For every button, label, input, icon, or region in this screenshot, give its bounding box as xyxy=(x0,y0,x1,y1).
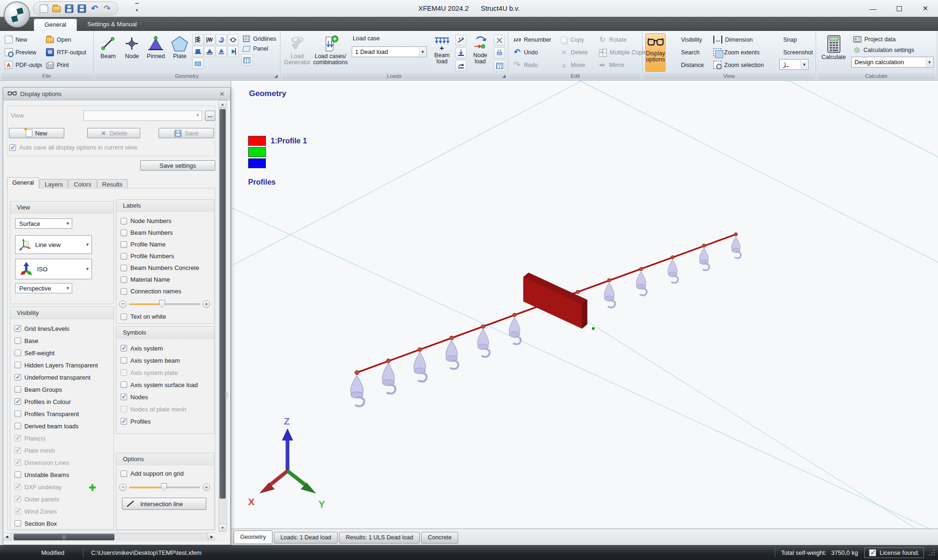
checkbox[interactable] xyxy=(121,230,127,236)
checkbox[interactable] xyxy=(15,447,21,454)
autosave-checkbox[interactable] xyxy=(9,144,16,151)
view-button[interactable]: Zoom extents xyxy=(711,47,771,57)
checkbox[interactable] xyxy=(15,386,21,393)
minimize-button[interactable]: — xyxy=(867,5,879,13)
file-button[interactable]: PDF-output xyxy=(3,60,44,70)
panel-title-bar[interactable]: Display options ✕ xyxy=(3,88,230,100)
node-load-button[interactable]: Node load xyxy=(468,33,493,72)
spring-axial-button[interactable] xyxy=(192,34,204,45)
checkbox[interactable] xyxy=(121,470,127,477)
visibility-checkbox-row[interactable]: DXF underlay xyxy=(10,481,113,493)
label-checkbox-row[interactable]: Beam Numbers xyxy=(116,227,214,239)
view-tab[interactable]: Geometry xyxy=(234,530,272,544)
checkbox[interactable] xyxy=(121,288,127,295)
symbol-checkbox-row[interactable]: Nodes of plate mesh xyxy=(116,403,214,415)
view-tab[interactable]: Loads: 1 Dead load xyxy=(274,532,338,544)
edit-button[interactable]: Delete xyxy=(558,47,597,57)
ribbon-tab[interactable]: Settings & Manual xyxy=(77,19,147,31)
checkbox[interactable] xyxy=(121,265,127,271)
visibility-checkbox-row[interactable]: Profiles Transparent xyxy=(10,408,113,420)
autosave-checkbox-row[interactable]: Auto save all display options in current… xyxy=(5,144,137,151)
new-view-button[interactable]: New xyxy=(9,128,64,138)
node-button[interactable]: Node xyxy=(121,33,144,72)
visibility-checkbox-row[interactable]: Outer panels xyxy=(10,493,113,505)
checkbox[interactable] xyxy=(121,345,127,351)
scatter-loads-button[interactable] xyxy=(494,35,505,46)
slant-load-button[interactable] xyxy=(455,35,467,46)
render-mode-dropdown[interactable]: Line view▼ xyxy=(15,235,92,254)
symbol-checkbox-row[interactable]: Axis system plate xyxy=(116,366,214,379)
horizontal-support-button[interactable] xyxy=(227,46,239,57)
text-on-white-checkbox-row[interactable]: Text on white xyxy=(116,313,214,320)
view-button[interactable]: Snap xyxy=(771,35,816,45)
app-logo[interactable] xyxy=(4,1,30,28)
label-checkbox-row[interactable]: Beam Numbers Concrete xyxy=(116,262,214,274)
ucs-dropdown[interactable]: ▼ xyxy=(779,59,809,70)
slider-increase-icon[interactable]: ＋ xyxy=(203,300,210,308)
visibility-checkbox-row[interactable]: Hidden Layers Transparent xyxy=(10,359,113,371)
project-data-button[interactable]: Project data xyxy=(851,35,934,44)
panel-horizontal-scrollbar[interactable]: ◀ ▶ xyxy=(3,533,215,541)
pinned-support-small-button[interactable] xyxy=(204,46,215,57)
scroll-down-icon[interactable]: ▼ xyxy=(219,524,226,531)
roller-support-button[interactable] xyxy=(216,46,227,57)
label-checkbox-row[interactable]: Connection names xyxy=(116,285,214,297)
horizontal-scroll-thumb[interactable] xyxy=(14,534,114,540)
view-preset-dropdown[interactable]: ▼ xyxy=(83,111,202,121)
file-button[interactable]: Preview xyxy=(3,47,44,57)
edit-button[interactable]: Move xyxy=(558,60,597,70)
checkbox[interactable] xyxy=(15,374,21,381)
point-load-button[interactable] xyxy=(455,47,467,59)
visibility-checkbox-row[interactable]: Section Box xyxy=(10,517,113,530)
load-case-dropdown[interactable]: 1 Dead load ▼ xyxy=(352,46,427,57)
visibility-checkbox-row[interactable]: Self-weight xyxy=(10,347,113,359)
checkbox[interactable] xyxy=(15,411,21,417)
visibility-checkbox-row[interactable]: Unstable Beams xyxy=(10,469,113,481)
edit-button[interactable]: Copy xyxy=(558,35,597,45)
edit-button[interactable]: Renumber xyxy=(511,35,558,45)
symbol-checkbox-row[interactable]: Nodes xyxy=(116,391,214,403)
calculation-mode-dropdown[interactable]: Design calculation ▼ xyxy=(851,57,934,67)
label-checkbox-row[interactable]: Profile Numbers xyxy=(116,250,214,262)
panel-tab[interactable]: General xyxy=(7,177,39,188)
beam-button[interactable]: Beam xyxy=(97,33,120,72)
calculate-button[interactable]: Calculate xyxy=(819,33,848,72)
loads-dialog-launcher-icon[interactable]: ◢ xyxy=(502,73,506,79)
file-button[interactable]: Open xyxy=(44,35,93,44)
checkbox[interactable] xyxy=(15,350,21,356)
orientation-dropdown[interactable]: ISO▼ xyxy=(15,259,92,279)
load-cases-button[interactable]: Load cases/ combinations xyxy=(312,33,349,72)
checkbox[interactable] xyxy=(121,394,127,400)
geometry-dialog-launcher-icon[interactable]: ◢ xyxy=(274,73,278,79)
resize-grip[interactable] xyxy=(929,549,935,556)
file-button[interactable]: New xyxy=(3,35,44,45)
geometry-table-button[interactable] xyxy=(242,54,253,66)
panel-splitter-handle[interactable] xyxy=(225,388,228,402)
file-button[interactable]: RTF-output xyxy=(44,47,93,57)
checkbox[interactable] xyxy=(15,435,21,441)
checkbox[interactable] xyxy=(121,369,127,376)
visibility-checkbox-row[interactable]: Plate(s) xyxy=(10,432,113,444)
panel-tab[interactable]: Results xyxy=(97,179,128,188)
label-size-slider[interactable]: − ＋ xyxy=(116,299,214,309)
checkbox[interactable] xyxy=(15,398,21,405)
visibility-checkbox-row[interactable]: Derived beam loads xyxy=(10,420,113,432)
view-tab[interactable]: Results: 1 ULS Dead load xyxy=(339,532,420,544)
view-button[interactable]: Search xyxy=(668,47,711,57)
slider-increase-icon[interactable]: ＋ xyxy=(203,484,210,491)
checkbox[interactable] xyxy=(121,218,127,224)
checkbox[interactable] xyxy=(121,418,127,425)
visibility-checkbox-row[interactable]: Undeformed transparent xyxy=(10,371,113,383)
visibility-checkbox-row[interactable]: Dimension Lines xyxy=(10,456,113,469)
plate-button[interactable]: Plate xyxy=(168,33,191,72)
spring-line-button[interactable] xyxy=(204,34,215,45)
projection-dropdown[interactable]: Perspective▼ xyxy=(15,283,72,293)
view-button[interactable]: Visibility xyxy=(668,35,711,45)
slider-decrease-icon[interactable]: − xyxy=(119,484,127,491)
delete-view-button[interactable]: Delete xyxy=(87,128,140,138)
maximize-button[interactable] xyxy=(893,5,905,13)
ribbon-tab[interactable]: General xyxy=(34,19,77,31)
add-dxf-underlay-icon[interactable]: ✚ xyxy=(89,482,96,493)
moment-load-button[interactable] xyxy=(455,60,467,71)
checkbox[interactable] xyxy=(15,459,21,466)
